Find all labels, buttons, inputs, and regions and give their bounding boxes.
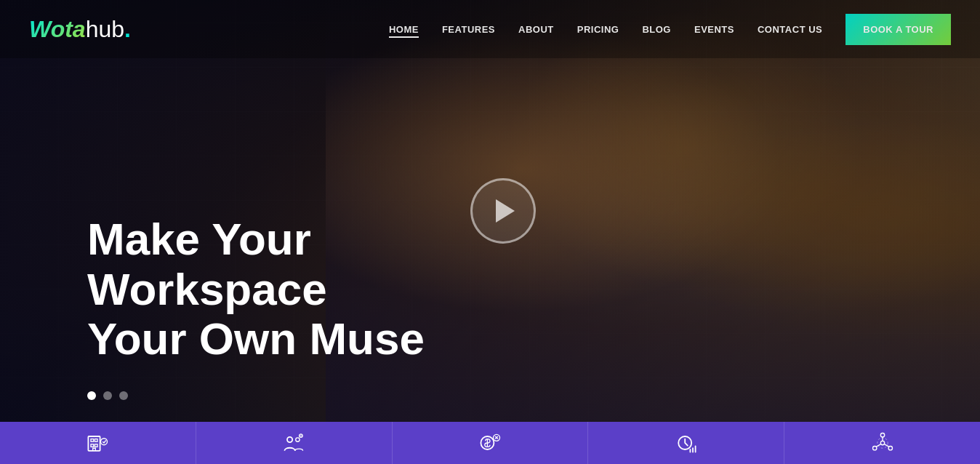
nav-link-contact[interactable]: CONTACT US bbox=[758, 24, 822, 35]
svg-point-6 bbox=[287, 437, 292, 442]
nav-item-events[interactable]: EVENTS bbox=[694, 23, 734, 36]
nav-link-events[interactable]: EVENTS bbox=[694, 24, 734, 35]
navbar: Wota hub . HOME FEATURES ABOUT PRICING bbox=[0, 0, 980, 58]
nav-link-home[interactable]: HOME bbox=[389, 24, 419, 38]
svg-point-15 bbox=[880, 441, 884, 444]
coin-settings-icon bbox=[477, 430, 503, 456]
nav-item-home[interactable]: HOME bbox=[389, 23, 419, 36]
slider-dots bbox=[87, 391, 128, 400]
book-tour-button[interactable]: BOOK A TOUR bbox=[846, 14, 951, 45]
nav-link-about[interactable]: ABOUT bbox=[518, 24, 554, 35]
svg-point-7 bbox=[296, 438, 300, 441]
gear-people-icon bbox=[281, 430, 307, 456]
nav-link-features[interactable]: FEATURES bbox=[442, 24, 495, 35]
bottom-icon-coin bbox=[393, 422, 589, 464]
svg-point-12 bbox=[880, 433, 884, 437]
nav-item-about[interactable]: ABOUT bbox=[518, 23, 554, 36]
page-wrapper: Wota hub . HOME FEATURES ABOUT PRICING bbox=[0, 0, 980, 464]
bottom-icon-building bbox=[0, 422, 196, 464]
hero-section: Wota hub . HOME FEATURES ABOUT PRICING bbox=[0, 0, 980, 422]
nav-item-blog[interactable]: BLOG bbox=[642, 23, 671, 36]
play-button[interactable] bbox=[470, 178, 536, 244]
logo-dot: . bbox=[124, 16, 131, 43]
nav-link-pricing[interactable]: PRICING bbox=[577, 24, 619, 35]
slider-dot-1[interactable] bbox=[87, 391, 96, 400]
hero-title-line1: Make Your Workspace bbox=[87, 214, 327, 313]
bottom-bar bbox=[0, 422, 980, 464]
network-icon bbox=[869, 430, 896, 456]
nav-links: HOME FEATURES ABOUT PRICING BLOG EVENTS bbox=[389, 23, 951, 36]
svg-rect-3 bbox=[91, 444, 94, 447]
nav-item-features[interactable]: FEATURES bbox=[442, 23, 495, 36]
hero-title-line2: Your Own Muse bbox=[87, 313, 425, 364]
hero-title: Make Your Workspace Your Own Muse bbox=[87, 215, 553, 364]
nav-item-pricing[interactable]: PRICING bbox=[577, 23, 619, 36]
svg-point-5 bbox=[101, 439, 108, 445]
building-icon bbox=[84, 430, 111, 456]
slider-dot-3[interactable] bbox=[119, 391, 128, 400]
hero-content: Make Your Workspace Your Own Muse bbox=[87, 215, 553, 364]
bottom-icon-clock bbox=[588, 422, 784, 464]
svg-rect-1 bbox=[91, 439, 94, 442]
bottom-icon-network bbox=[784, 422, 980, 464]
svg-rect-2 bbox=[95, 439, 98, 442]
nav-item-book[interactable]: BOOK A TOUR bbox=[846, 23, 951, 36]
logo-wota: Wota bbox=[29, 16, 86, 43]
svg-rect-4 bbox=[95, 444, 98, 447]
nav-link-blog[interactable]: BLOG bbox=[642, 24, 671, 35]
slider-dot-2[interactable] bbox=[103, 391, 112, 400]
bottom-icon-gear-people bbox=[196, 422, 393, 464]
nav-item-contact[interactable]: CONTACT US bbox=[758, 23, 822, 36]
logo-hub: hub bbox=[86, 16, 124, 43]
clock-chart-icon bbox=[673, 430, 699, 456]
logo: Wota hub . bbox=[29, 16, 131, 43]
